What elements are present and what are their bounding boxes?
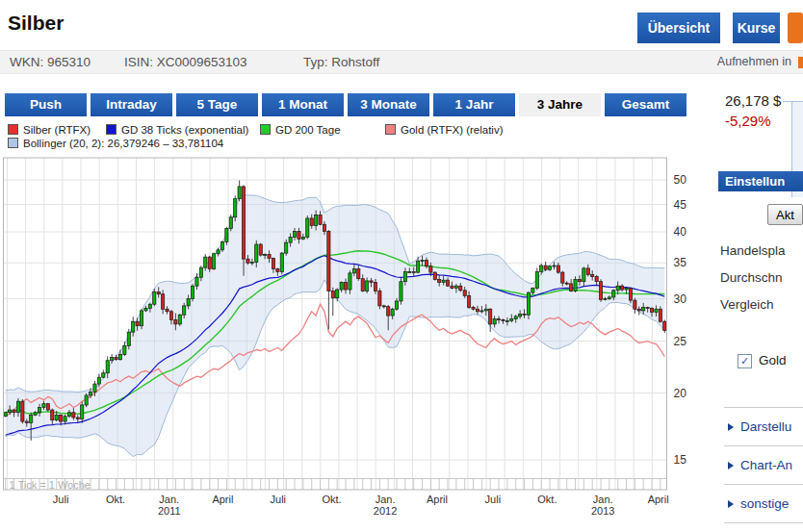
sidebar-link-label: Darstellu xyxy=(740,419,791,434)
x-axis-label: April xyxy=(427,494,448,505)
period-tabs: PushIntraday5 Tage1 Monat3 Monate1 Jahr3… xyxy=(5,93,686,116)
page-title: Silber xyxy=(8,12,64,35)
settings-header: Einstellun xyxy=(718,171,803,191)
x-axis-label: Juli xyxy=(485,494,502,505)
legend-swatch xyxy=(8,124,18,135)
gold-checkbox-label: Gold xyxy=(759,353,787,367)
panel-edge-top xyxy=(783,101,803,102)
chevron-right-icon xyxy=(728,500,734,508)
chart-legend: Bollinger (20, 2): 26,379246 – 33,781104… xyxy=(0,122,712,151)
x-axis-label: Okt. xyxy=(106,494,125,505)
sidebar-separator xyxy=(724,484,803,485)
y-axis-label: 35 xyxy=(674,256,687,269)
watchlist-icon[interactable] xyxy=(798,57,803,68)
legend-label: Silber (RTFX) xyxy=(23,124,91,136)
x-axis-label: April xyxy=(212,494,233,505)
typ-label: Typ: Rohstoff xyxy=(303,51,379,73)
legend-label: Gold (RTFX) (relativ) xyxy=(401,124,504,136)
chevron-right-icon xyxy=(728,423,734,431)
tab-3-jahre[interactable]: 3 Jahre xyxy=(519,93,601,116)
quote-change: -5,29% xyxy=(725,113,771,129)
kurse-button[interactable]: Kurse xyxy=(733,13,780,43)
sidebar-label-durchschnitt: Durchschn xyxy=(720,270,783,285)
legend-swatch xyxy=(385,124,396,135)
x-axis-label: Jan. xyxy=(159,494,179,505)
quote-price: 26,178 $ xyxy=(725,92,781,109)
sidebar-separator xyxy=(724,522,803,523)
chevron-right-icon xyxy=(728,462,734,469)
sidebar-link-darstellung[interactable]: Darstellu xyxy=(728,419,791,434)
sidebar-label-vergleich: Vergleich xyxy=(720,297,774,312)
y-axis: 1520253035404550 xyxy=(674,173,687,467)
y-axis-label: 30 xyxy=(674,292,687,306)
sidebar-link-chart-analyse[interactable]: Chart-An xyxy=(728,458,792,472)
sidebar-separator xyxy=(724,445,803,446)
x-axis-label: Jan. xyxy=(376,494,396,505)
aktualisieren-button[interactable]: Akt xyxy=(767,204,803,225)
legend-item: GD 38 Ticks (exponential) xyxy=(106,124,248,136)
x-axis-label: Juli xyxy=(271,494,287,505)
x-axis-label: April xyxy=(648,494,669,505)
legend-label: GD 200 Tage xyxy=(275,124,341,136)
uebersicht-button[interactable]: Übersicht xyxy=(637,13,720,43)
legend-label: GD 38 Ticks (exponential) xyxy=(121,124,248,136)
y-axis-label: 25 xyxy=(674,335,687,348)
y-axis-label: 20 xyxy=(674,387,687,400)
x-axis: JuliOkt.Jan.2011AprilJuliOkt.Jan.2012Apr… xyxy=(53,494,669,517)
chart-canvas: 1520253035404550JuliOkt.Jan.2011AprilJul… xyxy=(0,152,718,532)
legend-item: Silber (RTFX) xyxy=(8,124,91,136)
timeframe-note: 1 Tick = 1 Woche xyxy=(10,479,91,491)
legend-item-bollinger: Bollinger (20, 2): 26,379246 – 33,781104 xyxy=(8,138,223,149)
tab-1-monat[interactable]: 1 Monat xyxy=(262,93,344,116)
isin-label: ISIN: XC0009653103 xyxy=(124,51,247,73)
tab-1-jahr[interactable]: 1 Jahr xyxy=(433,93,515,116)
tab-gesamt[interactable]: Gesamt xyxy=(605,93,686,116)
legend-swatch xyxy=(260,124,271,135)
x-axis-year-label: 2012 xyxy=(374,505,397,517)
y-axis-label: 45 xyxy=(674,198,687,212)
sidebar-separator xyxy=(724,407,803,408)
legend-swatch xyxy=(106,124,117,135)
y-axis-label: 15 xyxy=(674,453,687,467)
instrument-meta-bar: WKN: 965310 ISIN: XC0009653103 Typ: Rohs… xyxy=(0,50,803,74)
tab-intraday[interactable]: Intraday xyxy=(91,93,172,116)
x-axis-year-label: 2011 xyxy=(158,505,181,517)
tab-push[interactable]: Push xyxy=(5,93,87,116)
x-axis-label: Okt. xyxy=(537,494,557,505)
sidebar-link-sonstige[interactable]: sonstige xyxy=(728,496,789,511)
x-axis-label: Juli xyxy=(53,494,69,505)
y-axis-label: 50 xyxy=(674,173,687,187)
sidebar-link-label: Chart-An xyxy=(740,458,792,472)
legend-item: Gold (RTFX) (relativ) xyxy=(385,124,504,136)
wkn-label: WKN: 965310 xyxy=(10,51,91,73)
sidebar-label-handelsplatz: Handelspla xyxy=(720,243,786,258)
cut-off-button[interactable] xyxy=(788,13,803,43)
tab-5-tage[interactable]: 5 Tage xyxy=(176,93,258,116)
x-axis-label: Jan. xyxy=(593,494,613,505)
x-axis-label: Okt. xyxy=(322,494,341,505)
aufnehmen-in-label[interactable]: Aufnehmen in xyxy=(717,51,791,73)
price-chart: 1520253035404550JuliOkt.Jan.2011AprilJul… xyxy=(0,152,718,532)
bollinger-swatch xyxy=(8,138,18,148)
sidebar-link-label: sonstige xyxy=(740,496,789,511)
tab-3-monate[interactable]: 3 Monate xyxy=(348,93,429,116)
y-axis-label: 40 xyxy=(674,225,687,239)
gold-checkbox[interactable]: ✓ xyxy=(738,354,752,368)
legend-bollinger-label: Bollinger (20, 2): 26,379246 – 33,781104 xyxy=(23,138,223,149)
legend-item: GD 200 Tage xyxy=(260,124,341,136)
x-axis-year-label: 2013 xyxy=(591,505,614,517)
